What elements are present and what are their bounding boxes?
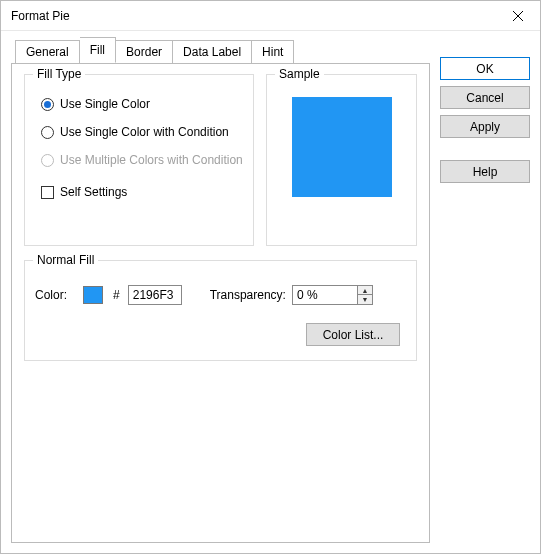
- spinner-up-icon[interactable]: ▲: [358, 286, 372, 295]
- cancel-button[interactable]: Cancel: [440, 86, 530, 109]
- radio-row-single[interactable]: Use Single Color: [41, 97, 243, 111]
- sample-swatch: [292, 97, 392, 197]
- color-list-row: Color List...: [35, 323, 406, 346]
- transparency-label: Transparency:: [210, 288, 286, 302]
- normal-fill-legend: Normal Fill: [33, 253, 98, 267]
- tab-general[interactable]: General: [15, 40, 80, 64]
- transparency-input[interactable]: [292, 285, 358, 305]
- tab-hint[interactable]: Hint: [252, 40, 294, 64]
- fill-type-group: Fill Type Use Single Color Use Single Co…: [24, 74, 254, 246]
- self-settings-checkbox[interactable]: [41, 186, 54, 199]
- normal-fill-row: Color: # Transparency: ▲ ▼: [35, 285, 406, 305]
- format-pie-dialog: Format Pie General Fill Border Data Labe…: [0, 0, 541, 554]
- tabpanel-fill: Fill Type Use Single Color Use Single Co…: [11, 63, 430, 543]
- button-gap: [440, 144, 530, 154]
- self-settings-row[interactable]: Self Settings: [41, 185, 243, 199]
- radio-single-color[interactable]: [41, 98, 54, 111]
- normal-fill-group: Normal Fill Color: # Transparency: ▲ ▼: [24, 260, 417, 361]
- radio-row-single-cond[interactable]: Use Single Color with Condition: [41, 125, 243, 139]
- row-filltype-sample: Fill Type Use Single Color Use Single Co…: [24, 74, 417, 246]
- tab-fill[interactable]: Fill: [80, 37, 116, 63]
- spinner-buttons: ▲ ▼: [358, 285, 373, 305]
- hash-symbol: #: [113, 288, 120, 302]
- radio-multiple-colors-condition: [41, 154, 54, 167]
- radio-multiple-colors-condition-label: Use Multiple Colors with Condition: [60, 153, 243, 167]
- spinner-down-icon[interactable]: ▼: [358, 295, 372, 304]
- sample-group: Sample: [266, 74, 417, 246]
- transparency-spinner[interactable]: ▲ ▼: [292, 285, 373, 305]
- tabstrip: General Fill Border Data Label Hint: [15, 39, 430, 63]
- close-icon: [513, 11, 523, 21]
- sample-legend: Sample: [275, 67, 324, 81]
- color-chip[interactable]: [83, 286, 103, 304]
- hex-input[interactable]: [128, 285, 182, 305]
- fill-type-legend: Fill Type: [33, 67, 85, 81]
- radio-single-color-condition-label: Use Single Color with Condition: [60, 125, 229, 139]
- close-button[interactable]: [496, 1, 540, 31]
- dialog-title: Format Pie: [11, 9, 496, 23]
- tab-border[interactable]: Border: [116, 40, 173, 64]
- help-button[interactable]: Help: [440, 160, 530, 183]
- radio-single-color-label: Use Single Color: [60, 97, 150, 111]
- dialog-body: General Fill Border Data Label Hint Fill…: [1, 31, 540, 553]
- color-list-button[interactable]: Color List...: [306, 323, 400, 346]
- right-button-column: OK Cancel Apply Help: [440, 39, 530, 543]
- ok-button[interactable]: OK: [440, 57, 530, 80]
- apply-button[interactable]: Apply: [440, 115, 530, 138]
- color-label: Color:: [35, 288, 67, 302]
- self-settings-label: Self Settings: [60, 185, 127, 199]
- titlebar: Format Pie: [1, 1, 540, 31]
- radio-single-color-condition[interactable]: [41, 126, 54, 139]
- radio-row-multi-cond: Use Multiple Colors with Condition: [41, 153, 243, 167]
- left-pane: General Fill Border Data Label Hint Fill…: [11, 39, 430, 543]
- tab-data-label[interactable]: Data Label: [173, 40, 252, 64]
